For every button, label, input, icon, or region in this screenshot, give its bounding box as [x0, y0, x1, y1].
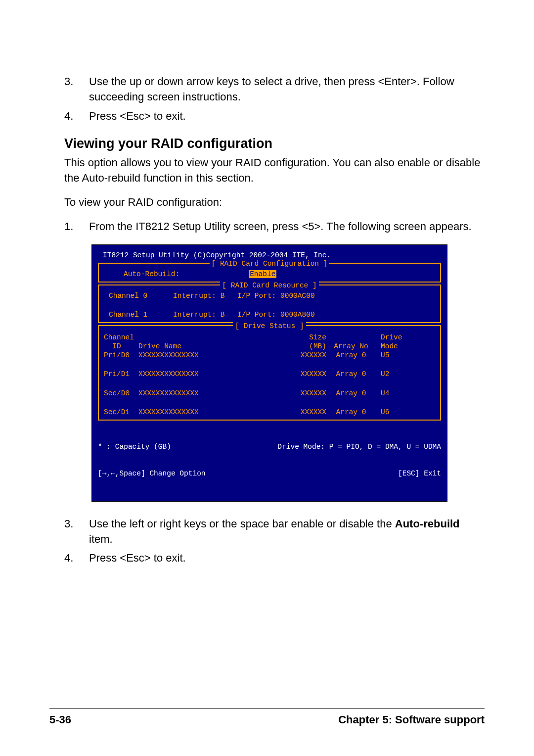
step-number: 4. — [64, 551, 89, 566]
step-text: Use the left or right keys or the space … — [89, 517, 485, 547]
footer-hint: [ESC] Exit — [277, 469, 441, 478]
box-title: [ RAID Card Resource ] — [99, 281, 440, 290]
terminal-footer: * : Capacity (GB) [→,←,Space] Change Opt… — [98, 423, 441, 497]
list-item: 4. Press <Esc> to exit. — [64, 551, 485, 566]
footer-hint: [→,←,Space] Change Option — [98, 469, 206, 478]
step-text: Use the up or down arrow keys to select … — [89, 74, 485, 105]
footer-hint: * : Capacity (GB) — [98, 442, 206, 451]
step-number: 3. — [64, 74, 89, 105]
auto-rebuild-value[interactable]: Enable — [249, 270, 276, 278]
step-text: Press <Esc> to exit. — [89, 551, 485, 566]
table-row: Pri/D1XXXXXXXXXXXXXXXXXXXXArray 0U2 — [104, 360, 435, 378]
table-row: Pri/D0XXXXXXXXXXXXXXXXXXXXArray 0U5 — [104, 351, 435, 360]
table-row: Sec/D0XXXXXXXXXXXXXXXXXXXXArray 0U4 — [104, 379, 435, 398]
list-item: 3. Use the up or down arrow keys to sele… — [64, 74, 485, 105]
raid-resource-box: [ RAID Card Resource ] Channel 0Interrup… — [98, 284, 441, 323]
table-header: IDDrive Name(MB)Array NoMode — [104, 342, 435, 351]
page-number: 5-36 — [49, 713, 71, 726]
paragraph: This option allows you to view your RAID… — [64, 155, 485, 186]
step-text: From the IT8212 Setup Utility screen, pr… — [89, 219, 485, 235]
channel-row: Channel 1Interrupt: BI/P Port: 0000A800 — [104, 300, 435, 319]
list-item: 3. Use the left or right keys or the spa… — [64, 517, 485, 547]
list-item: 4. Press <Esc> to exit. — [64, 109, 485, 124]
post-steps-list: 3. Use the left or right keys or the spa… — [64, 517, 485, 566]
raid-config-box: [ RAID Card Configuration ] Auto-Rebuild… — [98, 263, 441, 283]
step-number: 1. — [64, 219, 89, 235]
step-text: Press <Esc> to exit. — [89, 109, 485, 124]
drive-status-box: [ Drive Status ] ChannelSizeDrive IDDriv… — [98, 325, 441, 421]
step-number: 4. — [64, 109, 89, 124]
box-title: [ RAID Card Configuration ] — [99, 259, 440, 268]
chapter-title: Chapter 5: Software support — [338, 713, 485, 726]
step-number: 3. — [64, 517, 89, 547]
section-heading: Viewing your RAID configuration — [64, 136, 485, 151]
table-row: Sec/D1XXXXXXXXXXXXXXXXXXXXArray 0U6 — [104, 398, 435, 417]
mid-steps-list: 1. From the IT8212 Setup Utility screen,… — [64, 219, 485, 235]
pre-steps-list: 3. Use the up or down arrow keys to sele… — [64, 74, 485, 124]
page-footer: 5-36 Chapter 5: Software support — [49, 708, 485, 726]
paragraph: To view your RAID configuration: — [64, 195, 485, 210]
list-item: 1. From the IT8212 Setup Utility screen,… — [64, 219, 485, 235]
terminal-screenshot: IT8212 Setup Utility (C)Copyright 2002-2… — [91, 244, 447, 502]
box-title: [ Drive Status ] — [99, 322, 440, 331]
footer-hint: Drive Mode: P = PIO, D = DMA, U = UDMA — [277, 442, 441, 451]
